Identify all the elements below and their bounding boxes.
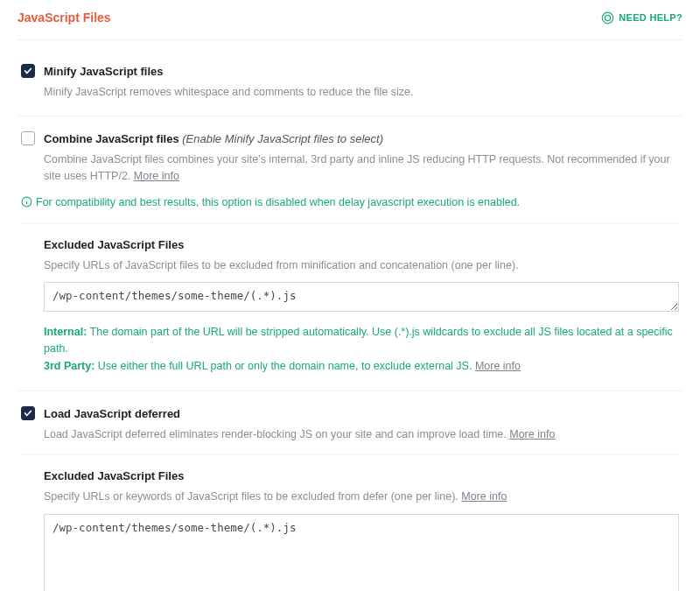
need-help-label: NEED HELP? xyxy=(619,11,682,25)
check-icon xyxy=(24,409,32,418)
combine-title-note: (Enable Minify JavaScript files to selec… xyxy=(182,132,383,145)
info-icon xyxy=(21,196,32,208)
excluded-defer-desc: Specify URLs or keywords of JavaScript f… xyxy=(44,489,679,505)
combine-checkbox[interactable] xyxy=(21,131,35,145)
excluded-minify-textarea[interactable] xyxy=(44,282,679,312)
svg-point-1 xyxy=(606,15,611,20)
excluded-defer-more-info-link[interactable]: More info xyxy=(461,490,507,503)
panel-header: JavaScript Files NEED HELP? xyxy=(18,9,682,40)
svg-point-0 xyxy=(603,12,614,24)
minify-desc: Minify JavaScript removes whitespace and… xyxy=(44,84,679,101)
option-defer: Load JavaScript deferred Load JavaScript… xyxy=(18,397,682,591)
excluded-defer-textarea[interactable] xyxy=(44,514,679,592)
js-files-panel: JavaScript Files NEED HELP? Minify JavaS… xyxy=(0,0,700,591)
excluded-minify-hint-3rdparty: 3rd Party: Use either the full URL path … xyxy=(44,358,679,375)
option-combine: Combine JavaScript files (Enable Minify … xyxy=(18,122,682,391)
minify-checkbox[interactable] xyxy=(21,64,35,78)
panel-title: JavaScript Files xyxy=(18,9,111,27)
excluded-minify-hint-internal: Internal: The domain part of the URL wil… xyxy=(44,324,679,357)
defer-checkbox[interactable] xyxy=(21,406,35,420)
defer-more-info-link[interactable]: More info xyxy=(509,428,555,440)
combine-more-info-link[interactable]: More info xyxy=(134,170,179,182)
combine-compat-notice: For compatibility and best results, this… xyxy=(21,194,679,211)
option-minify: Minify JavaScript files Minify JavaScrip… xyxy=(18,54,682,116)
combine-title-text: Combine JavaScript files xyxy=(44,132,179,145)
combine-title: Combine JavaScript files (Enable Minify … xyxy=(44,130,679,148)
help-icon xyxy=(601,11,614,25)
need-help-button[interactable]: NEED HELP? xyxy=(601,11,682,25)
excluded-minify-more-info-link[interactable]: More info xyxy=(475,360,521,372)
excluded-minify-section: Excluded JavaScript Files Specify URLs o… xyxy=(21,223,679,375)
defer-desc: Load JavaScript deferred eliminates rend… xyxy=(44,426,679,443)
check-icon xyxy=(24,67,32,75)
defer-title: Load JavaScript deferred xyxy=(44,405,679,423)
excluded-defer-title: Excluded JavaScript Files xyxy=(44,468,679,485)
excluded-minify-title: Excluded JavaScript Files xyxy=(44,236,679,254)
combine-desc: Combine JavaScript files combines your s… xyxy=(44,151,679,185)
excluded-defer-section: Excluded JavaScript Files Specify URLs o… xyxy=(21,454,679,591)
minify-title: Minify JavaScript files xyxy=(44,63,679,81)
excluded-minify-desc: Specify URLs of JavaScript files to be e… xyxy=(44,257,679,274)
